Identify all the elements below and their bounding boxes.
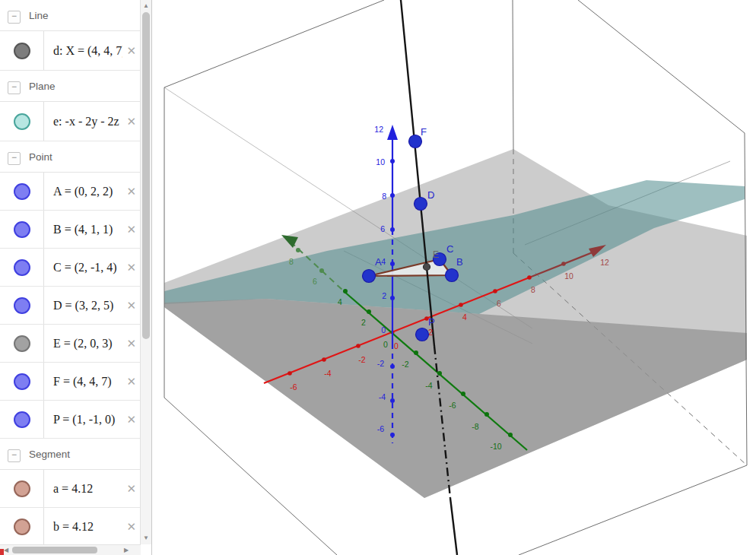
swatch-cell [0, 102, 44, 141]
horizontal-scroll-thumb[interactable] [12, 547, 97, 553]
list-item-point-A[interactable]: A = (0, 2, 2) ✕ [0, 173, 141, 211]
object-definition[interactable]: P = (1, -1, 0) [53, 413, 122, 427]
svg-text:C: C [446, 243, 453, 255]
algebra-panel-list: − Line d: X = (4, 4, 7) + λ ✕ − Plane e:… [0, 0, 141, 544]
svg-text:F: F [421, 126, 427, 138]
svg-text:0: 0 [383, 340, 388, 349]
point-B[interactable] [446, 269, 459, 282]
delete-icon[interactable]: ✕ [125, 221, 138, 238]
visibility-swatch[interactable] [14, 183, 30, 200]
object-definition[interactable]: B = (4, 1, 1) [53, 223, 122, 236]
collapse-icon[interactable]: − [8, 152, 21, 165]
svg-text:-2: -2 [402, 360, 408, 369]
vertical-scrollbar[interactable]: ▲ ▼ [140, 0, 151, 544]
delete-icon[interactable]: ✕ [125, 183, 138, 200]
delete-icon[interactable]: ✕ [125, 373, 138, 390]
svg-text:D: D [427, 189, 434, 201]
svg-text:4: 4 [381, 257, 386, 266]
visibility-swatch[interactable] [14, 411, 30, 428]
visibility-swatch[interactable] [14, 221, 30, 238]
scroll-up-icon[interactable]: ▲ [141, 1, 151, 11]
visibility-swatch[interactable] [14, 519, 30, 535]
object-definition[interactable]: d: X = (4, 4, 7) + λ [53, 44, 122, 58]
object-definition[interactable]: C = (2, -1, 4) [53, 261, 122, 274]
swatch-cell [0, 470, 44, 507]
visibility-swatch[interactable] [14, 113, 30, 130]
graphics-3d-canvas[interactable]: 12 10 8 6 4 2 0 -2 -4 -6 -6 -4 -2 0 2 4 … [152, 0, 756, 555]
point-F[interactable] [409, 135, 422, 148]
geogebra-app: − Line d: X = (4, 4, 7) + λ ✕ − Plane e:… [0, 0, 756, 555]
delete-icon[interactable]: ✕ [125, 480, 138, 497]
delete-icon[interactable]: ✕ [125, 297, 138, 314]
list-item-segment-a[interactable]: a = 4.12 ✕ [0, 470, 141, 508]
svg-text:8: 8 [531, 285, 535, 294]
section-label: Point [29, 151, 52, 163]
collapse-icon[interactable]: − [8, 11, 21, 24]
plane-gray-front[interactable] [164, 299, 747, 498]
list-item-point-F[interactable]: F = (4, 4, 7) ✕ [0, 363, 141, 401]
collapse-icon[interactable]: − [8, 81, 21, 94]
list-item-plane-e[interactable]: e: -x - 2y - 2z = -8 ✕ [0, 102, 141, 141]
point-A[interactable] [363, 270, 376, 283]
section-header-point: − Point [0, 149, 141, 173]
visibility-swatch[interactable] [14, 335, 30, 352]
swatch-cell [0, 508, 44, 544]
point-E[interactable] [424, 264, 430, 271]
list-item-point-C[interactable]: C = (2, -1, 4) ✕ [0, 249, 141, 287]
swatch-cell [0, 287, 44, 324]
visibility-swatch[interactable] [14, 43, 30, 59]
point-P[interactable] [416, 328, 429, 341]
delete-icon[interactable]: ✕ [125, 519, 138, 535]
svg-text:P: P [428, 316, 435, 328]
swatch-cell [0, 325, 44, 362]
object-definition[interactable]: F = (4, 4, 7) [53, 375, 122, 388]
scroll-down-icon[interactable]: ▼ [141, 533, 151, 544]
svg-text:2: 2 [382, 291, 386, 300]
svg-text:A: A [375, 256, 382, 268]
swatch-cell [0, 249, 44, 286]
delete-icon[interactable]: ✕ [125, 335, 138, 352]
object-definition[interactable]: b = 4.12 [53, 520, 122, 534]
delete-icon[interactable]: ✕ [125, 411, 138, 428]
graphics-3d-view[interactable]: 12 10 8 6 4 2 0 -2 -4 -6 -6 -4 -2 0 2 4 … [152, 0, 756, 555]
section-label: Line [29, 10, 49, 21]
swatch-cell [0, 31, 44, 70]
point-D[interactable] [415, 198, 427, 211]
list-item-point-P[interactable]: P = (1, -1, 0) ✕ [0, 401, 141, 439]
swatch-cell [0, 401, 44, 438]
visibility-swatch[interactable] [14, 373, 30, 390]
visibility-swatch[interactable] [14, 259, 30, 276]
object-definition[interactable]: D = (3, 2, 5) [53, 299, 122, 312]
scroll-right-icon[interactable]: ▶ [121, 545, 132, 555]
section-header-line: − Line [0, 8, 141, 31]
list-item-point-B[interactable]: B = (4, 1, 1) ✕ [0, 211, 141, 249]
visibility-swatch[interactable] [14, 480, 30, 497]
svg-text:8: 8 [289, 257, 294, 266]
list-item-line-d[interactable]: d: X = (4, 4, 7) + λ ✕ [0, 31, 141, 71]
svg-text:-2: -2 [377, 359, 384, 368]
collapse-icon[interactable]: − [8, 449, 21, 462]
panel-corner-marker [0, 549, 4, 555]
list-item-segment-b[interactable]: b = 4.12 ✕ [0, 508, 141, 544]
object-definition[interactable]: A = (0, 2, 2) [53, 185, 122, 198]
svg-text:-8: -8 [472, 422, 478, 431]
visibility-swatch[interactable] [14, 297, 30, 314]
svg-text:8: 8 [382, 192, 386, 201]
svg-text:4: 4 [462, 312, 467, 322]
svg-text:-4: -4 [379, 392, 386, 401]
vertical-scroll-thumb[interactable] [142, 12, 150, 339]
svg-text:6: 6 [497, 299, 501, 308]
z-axis-arrow-icon [387, 125, 398, 140]
delete-icon[interactable]: ✕ [125, 43, 138, 59]
delete-icon[interactable]: ✕ [125, 113, 138, 130]
list-item-point-D[interactable]: D = (3, 2, 5) ✕ [0, 287, 141, 325]
object-definition[interactable]: a = 4.12 [53, 482, 122, 496]
object-definition[interactable]: e: -x - 2y - 2z = -8 [53, 115, 122, 128]
delete-icon[interactable]: ✕ [125, 259, 138, 276]
section-header-segment: − Segment [0, 446, 141, 470]
object-definition[interactable]: E = (2, 0, 3) [53, 337, 122, 350]
section-header-plane: − Plane [0, 78, 141, 102]
svg-text:E: E [433, 249, 439, 260]
list-item-point-E[interactable]: E = (2, 0, 3) ✕ [0, 325, 141, 363]
horizontal-scrollbar[interactable]: ◀ ▶ [0, 544, 141, 555]
